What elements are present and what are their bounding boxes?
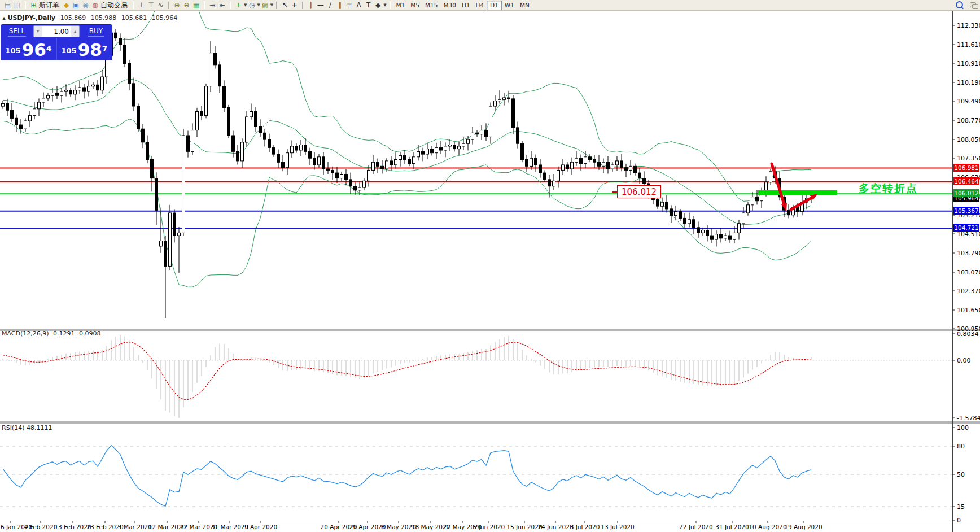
- autotrade-label[interactable]: 自动交易: [100, 1, 128, 10]
- svg-text:24 Jun 2020: 24 Jun 2020: [537, 524, 573, 530]
- rsi-line: [3, 446, 811, 507]
- new-order-icon[interactable]: ⊞: [29, 1, 38, 10]
- svg-text:-1.5784: -1.5784: [957, 415, 980, 422]
- fibonacci-icon[interactable]: ≣: [344, 1, 354, 10]
- volume-stepper: ▾ 1.00 ▴: [33, 25, 80, 37]
- templates-icon[interactable]: ▨: [260, 1, 270, 10]
- horizontal-line-icon[interactable]: —: [316, 1, 325, 10]
- symbol-name: USDJPY-,Daily: [8, 14, 56, 21]
- svg-text:31 Jul 2020: 31 Jul 2020: [715, 524, 749, 530]
- one-click-trading-panel: SELL ▾ 1.00 ▴ BUY 105964 105987: [1, 25, 112, 60]
- timeframe-m5[interactable]: M5: [408, 1, 422, 10]
- bar-open: 105.869: [60, 14, 86, 21]
- chart-canvas[interactable]: 112.330111.610110.910110.190109.490108.7…: [0, 0, 980, 532]
- svg-text:19 Aug 2020: 19 Aug 2020: [784, 524, 822, 530]
- price-level-label: 105.367: [953, 207, 979, 215]
- candlestick-chart-icon[interactable]: ⊤: [146, 1, 156, 10]
- price-chart[interactable]: 112.330111.610110.910110.190109.490108.7…: [0, 0, 980, 532]
- volume-increase-button[interactable]: ▴: [71, 26, 79, 37]
- svg-text:111.610: 111.610: [957, 41, 980, 49]
- svg-text:0.8034: 0.8034: [957, 330, 979, 338]
- toolbar-group: ⊕⊖▦: [170, 0, 203, 10]
- chevron-down-icon[interactable]: ▼: [270, 3, 273, 7]
- svg-text:101.650: 101.650: [957, 307, 980, 314]
- chart-window-icon[interactable]: ◫: [12, 1, 22, 10]
- channel-icon[interactable]: ∥: [335, 1, 344, 10]
- profile-icon[interactable]: ▣: [71, 1, 81, 10]
- periods-icon[interactable]: ◷: [247, 1, 256, 10]
- svg-text:50: 50: [957, 471, 965, 478]
- chevron-down-icon[interactable]: ▼: [383, 3, 386, 7]
- timeframe-h1[interactable]: H1: [459, 1, 473, 10]
- timeframe-m1[interactable]: M1: [393, 1, 408, 10]
- vertical-line-icon[interactable]: |: [306, 1, 316, 10]
- svg-text:5 Jun 2020: 5 Jun 2020: [473, 524, 505, 530]
- main-toolbar: ▤◫⊞新订单◆▣◉◍自动交易⊥⊤∿⊕⊖▦⇥⇤+▼◷▼▨▼↖+|—∕∥≣AT◆▼M…: [0, 0, 980, 11]
- svg-text:107.350: 107.350: [957, 155, 980, 162]
- volume-decrease-button[interactable]: ▾: [34, 26, 42, 37]
- svg-text:3 Mar 2020: 3 Mar 2020: [118, 524, 152, 530]
- trendline-icon[interactable]: ∕: [325, 1, 335, 10]
- volume-value[interactable]: 1.00: [42, 28, 71, 36]
- collapse-arrow-icon[interactable]: ▲: [2, 16, 6, 21]
- toolbar-separator: [302, 2, 303, 9]
- price-level-label: 106.464: [953, 177, 979, 185]
- timeframe-mn[interactable]: MN: [517, 1, 532, 10]
- svg-text:29 Apr 2020: 29 Apr 2020: [349, 524, 386, 530]
- search-icon[interactable]: [956, 1, 963, 8]
- toolbar-group: |—∕∥≣AT◆▼: [304, 0, 388, 10]
- chat-icon[interactable]: [970, 2, 978, 8]
- timeframe-w1[interactable]: W1: [502, 1, 517, 10]
- timeframe-d1[interactable]: D1: [487, 1, 502, 10]
- toolbar-separator: [168, 2, 169, 9]
- arrows-icon[interactable]: ◆: [373, 1, 383, 10]
- svg-text:108.050: 108.050: [957, 136, 980, 143]
- timeframe-m30[interactable]: M30: [440, 1, 458, 10]
- chart-shift-icon[interactable]: ⇤: [217, 1, 227, 10]
- crosshair-icon[interactable]: +: [290, 1, 299, 10]
- svg-text:13 Jul 2020: 13 Jul 2020: [601, 524, 634, 530]
- bar-close: 105.964: [152, 14, 178, 21]
- svg-text:9 Apr 2020: 9 Apr 2020: [244, 524, 277, 530]
- zoom-in-icon[interactable]: ⊕: [172, 1, 182, 10]
- mt4-terminal: 112.330111.610110.910110.190109.490108.7…: [0, 0, 980, 532]
- bar-chart-icon[interactable]: ⊥: [137, 1, 146, 10]
- toolbar-group: ⊞新订单◆▣◉◍自动交易: [27, 0, 132, 10]
- macd-signal-line: [3, 342, 811, 400]
- buy-button[interactable]: BUY: [80, 25, 112, 38]
- buy-price[interactable]: 105987: [57, 38, 112, 60]
- auto-scroll-icon[interactable]: ⇥: [208, 1, 217, 10]
- svg-text:8 May 2020: 8 May 2020: [381, 524, 416, 530]
- market-watch-icon[interactable]: ▤: [3, 1, 12, 10]
- cursor-icon[interactable]: ↖: [280, 1, 290, 10]
- sell-button[interactable]: SELL: [1, 25, 33, 38]
- svg-text:31 Mar 2020: 31 Mar 2020: [211, 524, 249, 530]
- text-label-icon[interactable]: T: [364, 1, 373, 10]
- macd-histogram: [3, 335, 811, 418]
- pivot-point-annotation: 多空转折点: [859, 181, 918, 196]
- price-level-label: 106.981: [953, 164, 979, 172]
- text-icon[interactable]: A: [354, 1, 364, 10]
- svg-text:13 Feb 2020: 13 Feb 2020: [54, 524, 91, 530]
- bar-high: 105.988: [91, 14, 117, 21]
- signal-icon[interactable]: ◉: [81, 1, 90, 10]
- svg-text:109.490: 109.490: [957, 98, 980, 105]
- autotrade-icon[interactable]: ◍: [90, 1, 100, 10]
- date-axis: 6 Jan 20204 Feb 202013 Feb 202023 Feb 20…: [1, 521, 823, 530]
- svg-text:15: 15: [957, 503, 965, 511]
- eraser-icon[interactable]: ◆: [62, 1, 71, 10]
- price-level-label: 104.721: [953, 224, 979, 232]
- line-chart-icon[interactable]: ∿: [156, 1, 165, 10]
- toolbar-group: ⇥⇤: [206, 0, 229, 10]
- svg-text:103.070: 103.070: [957, 269, 980, 276]
- indicators-icon[interactable]: +: [234, 1, 243, 10]
- new-order-label[interactable]: 新订单: [39, 1, 59, 10]
- tile-windows-icon[interactable]: ▦: [191, 1, 201, 10]
- price-level-label: 106.012: [953, 189, 979, 197]
- toolbar-separator: [204, 2, 205, 9]
- timeframe-toolbar: M1M5M15M30H1H4D1W1MN: [392, 0, 534, 10]
- timeframe-h4[interactable]: H4: [473, 1, 487, 10]
- timeframe-m15[interactable]: M15: [422, 1, 440, 10]
- zoom-out-icon[interactable]: ⊖: [182, 1, 191, 10]
- sell-price[interactable]: 105964: [1, 38, 56, 60]
